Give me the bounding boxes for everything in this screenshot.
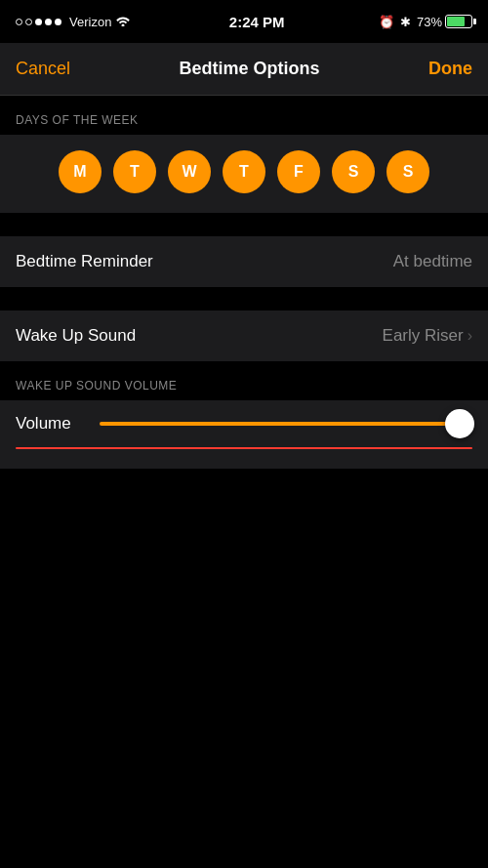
- gap-2: [0, 287, 488, 310]
- wake-up-sound-section: Wake Up Sound Early Riser ›: [0, 310, 488, 361]
- battery-fill: [447, 17, 465, 26]
- bluetooth-icon: ✱: [400, 15, 411, 29]
- carrier-label: Verizon: [69, 15, 111, 29]
- day-thursday[interactable]: T: [223, 150, 265, 193]
- battery-percent: 73%: [417, 15, 442, 29]
- wake-up-sound-value: Early Riser ›: [383, 326, 472, 346]
- bedtime-reminder-value: At bedtime: [393, 252, 472, 271]
- day-wednesday[interactable]: W: [168, 150, 211, 193]
- volume-label: Volume: [16, 414, 84, 434]
- days-row: M T W T F S S: [0, 150, 488, 193]
- gap-1: [0, 213, 488, 236]
- days-section: M T W T F S S: [0, 135, 488, 213]
- battery: 73%: [417, 15, 472, 29]
- day-monday[interactable]: M: [59, 150, 102, 193]
- signal-dot-3: [35, 19, 42, 25]
- day-friday[interactable]: F: [277, 150, 320, 193]
- signal-dot-4: [45, 19, 52, 25]
- volume-section: Volume: [0, 400, 488, 469]
- cancel-button[interactable]: Cancel: [16, 59, 70, 79]
- wake-up-sound-row[interactable]: Wake Up Sound Early Riser ›: [0, 310, 488, 361]
- day-saturday[interactable]: S: [332, 150, 375, 193]
- page-title: Bedtime Options: [180, 59, 320, 79]
- bedtime-reminder-section: Bedtime Reminder At bedtime: [0, 236, 488, 287]
- wifi-icon: [115, 15, 131, 29]
- volume-section-header: WAKE UP SOUND VOLUME: [0, 361, 488, 400]
- volume-slider-container: [100, 422, 472, 426]
- signal-dot-5: [55, 19, 61, 25]
- alarm-icon: ⏰: [379, 15, 394, 29]
- signal-dot-2: [25, 19, 32, 25]
- volume-red-line: [16, 447, 472, 449]
- signal-dots: [16, 19, 61, 25]
- bedtime-reminder-row[interactable]: Bedtime Reminder At bedtime: [0, 236, 488, 287]
- battery-icon: [445, 15, 472, 28]
- chevron-right-icon: ›: [468, 327, 472, 345]
- status-left: Verizon: [16, 15, 135, 29]
- wake-up-sound-label: Wake Up Sound: [16, 326, 136, 346]
- nav-bar: Cancel Bedtime Options Done: [0, 43, 488, 96]
- signal-dot-1: [16, 19, 22, 25]
- day-tuesday[interactable]: T: [113, 150, 156, 193]
- status-right: ⏰ ✱ 73%: [379, 15, 472, 29]
- status-time: 2:24 PM: [229, 14, 285, 30]
- days-section-header: DAYS OF THE WEEK: [0, 96, 488, 135]
- bedtime-reminder-label: Bedtime Reminder: [16, 252, 153, 271]
- status-bar: Verizon 2:24 PM ⏰ ✱ 73%: [0, 0, 488, 43]
- day-sunday[interactable]: S: [386, 150, 429, 193]
- done-button[interactable]: Done: [428, 59, 472, 79]
- volume-row: Volume: [0, 400, 488, 447]
